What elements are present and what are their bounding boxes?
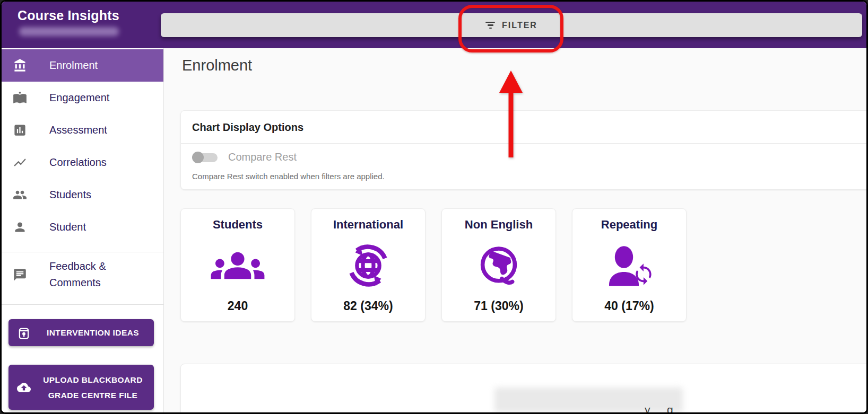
person-refresh-icon xyxy=(604,232,655,299)
compare-rest-label: Compare Rest xyxy=(228,151,297,163)
stat-card-students: Students 240 xyxy=(180,208,295,322)
page-title: Enrolment xyxy=(182,57,252,74)
compare-rest-row: Compare Rest xyxy=(192,151,868,163)
course-insights-app: Course Insights FILTER Enrolment Enga xyxy=(0,0,868,414)
toggle-knob xyxy=(192,152,204,163)
app-header: Course Insights FILTER xyxy=(2,2,866,48)
sidebar-item-label: Students xyxy=(49,189,91,201)
sidebar-item-engagement[interactable]: Engagement xyxy=(2,82,163,114)
stat-card-value: 71 (30%) xyxy=(474,299,523,313)
cloud-upload-icon xyxy=(17,381,31,394)
sidebar-item-label: Correlations xyxy=(49,156,107,169)
person-icon xyxy=(13,220,27,234)
annotation-highlight-rect xyxy=(458,5,563,52)
open-book-icon xyxy=(13,91,27,105)
sidebar-item-label: Assessment xyxy=(49,124,107,136)
sidebar-item-label: Student xyxy=(49,221,86,233)
sidebar-item-label: Enrolment xyxy=(49,59,98,72)
upload-grade-centre-label: UPLOAD BLACKBOARD GRADE CENTRE FILE xyxy=(38,372,154,403)
globe-sync-icon xyxy=(343,232,394,299)
stat-card-title: International xyxy=(333,218,403,232)
intervention-ideas-button[interactable]: INTERVENTION IDEAS xyxy=(8,319,154,346)
line-chart-icon xyxy=(13,155,27,170)
sidebar-nav: Enrolment Engagement Assessment Correlat… xyxy=(2,48,163,410)
sidebar-item-label: Feedback & Comments xyxy=(49,258,145,291)
sidebar-divider xyxy=(2,304,163,305)
clipped-text-fragment: y xyxy=(645,403,650,414)
stat-card-international: International 82 (34%) xyxy=(311,208,426,322)
bank-icon xyxy=(13,58,27,73)
stat-card-non-english: Non English 71 (30%) xyxy=(441,208,556,322)
annotation-up-arrow xyxy=(496,68,526,160)
lightbulb-icon xyxy=(17,326,31,340)
clipped-text-fragment: g xyxy=(667,403,673,414)
people-group-icon xyxy=(210,232,265,299)
stat-card-value: 82 (34%) xyxy=(343,299,393,313)
upload-grade-centre-button[interactable]: UPLOAD BLACKBOARD GRADE CENTRE FILE xyxy=(8,365,154,410)
compare-rest-toggle[interactable] xyxy=(192,152,218,163)
sidebar-item-label: Engagement xyxy=(49,92,109,104)
globe-icon xyxy=(473,232,524,299)
redacted-chart-title xyxy=(494,387,683,412)
sidebar-item-correlations[interactable]: Correlations xyxy=(2,146,163,179)
people-icon xyxy=(13,188,27,202)
app-title: Course Insights xyxy=(18,8,119,23)
sidebar-item-student[interactable]: Student xyxy=(2,211,163,243)
stat-card-title: Non English xyxy=(465,218,533,232)
redacted-course-code xyxy=(19,27,119,36)
sidebar-item-enrolment[interactable]: Enrolment xyxy=(2,49,163,82)
stat-card-repeating: Repeating 40 (17%) xyxy=(572,208,687,322)
stat-card-value: 40 (17%) xyxy=(604,299,654,313)
intervention-ideas-label: INTERVENTION IDEAS xyxy=(38,328,154,338)
stat-card-title: Students xyxy=(213,218,263,232)
stat-card-title: Repeating xyxy=(601,218,657,232)
comment-icon xyxy=(13,268,27,282)
compare-rest-helper-text: Compare Rest switch enabled when filters… xyxy=(192,172,868,181)
stat-card-value: 240 xyxy=(228,299,248,313)
bar-chart-icon xyxy=(13,123,27,137)
bottom-chart-card: y g xyxy=(180,364,868,414)
sidebar-item-assessment[interactable]: Assessment xyxy=(2,114,163,146)
sidebar: Enrolment Engagement Assessment Correlat… xyxy=(2,48,164,412)
sidebar-item-students[interactable]: Students xyxy=(2,179,163,211)
sidebar-item-feedback-comments[interactable]: Feedback & Comments xyxy=(2,252,163,297)
